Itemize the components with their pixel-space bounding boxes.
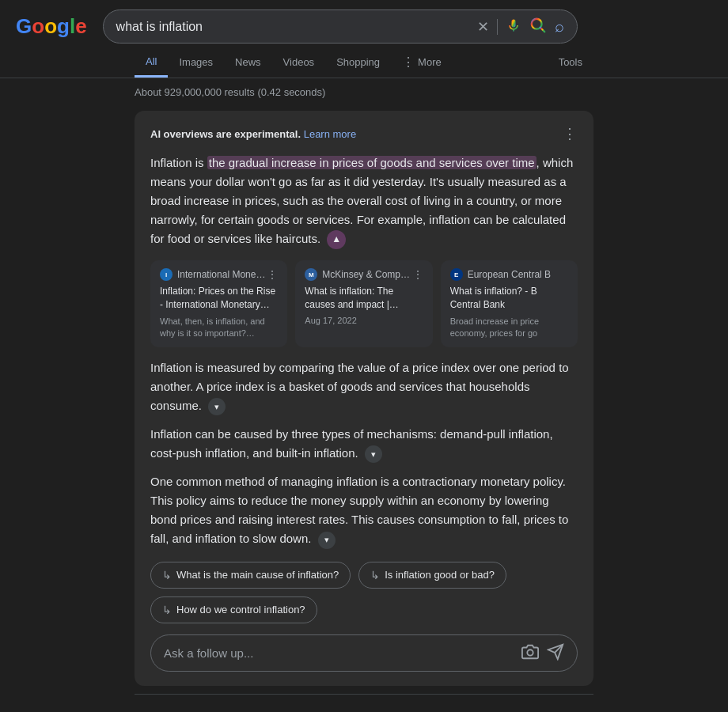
collapse-button-3[interactable]: ▾	[365, 445, 382, 463]
tab-more[interactable]: ⋮ More	[391, 47, 453, 78]
bottom-divider	[135, 694, 593, 695]
mic-icon[interactable]	[506, 17, 521, 36]
source-card-mckinsey[interactable]: M McKinsey & Company ⋮ What is inflation…	[295, 260, 432, 347]
ai-para1-highlight: the gradual increase in prices of goods …	[207, 156, 537, 169]
ask-followup-bar[interactable]: Ask a follow up...	[150, 634, 578, 672]
tools-button[interactable]: Tools	[548, 48, 593, 76]
ai-paragraph-1: Inflation is the gradual increase in pri…	[150, 153, 578, 249]
followup-pill-1[interactable]: ↳ What is the main cause of inflation?	[150, 562, 351, 589]
collapse-button-4[interactable]: ▾	[318, 532, 336, 549]
ecb-headline: What is inflation? - B Central Bank	[450, 285, 568, 312]
source-card-ecb-header: E European Central B	[450, 268, 568, 281]
svg-point-2	[527, 650, 533, 655]
dots-icon: ⋮	[402, 55, 415, 70]
tab-images[interactable]: Images	[168, 48, 224, 76]
followup-pill-3[interactable]: ↳ How do we control inflation?	[150, 596, 317, 623]
followup-pills: ↳ What is the main cause of inflation? ↳…	[150, 562, 578, 623]
tab-news[interactable]: News	[224, 48, 272, 76]
ai-para1-pre: Inflation is	[150, 156, 207, 169]
ask-followup-input[interactable]: Ask a follow up...	[164, 646, 514, 660]
logo-e: e	[75, 14, 86, 38]
logo-g2: g	[57, 14, 70, 38]
search-submit-icon[interactable]: ⌕	[555, 17, 564, 36]
mck-favicon: M	[305, 268, 317, 281]
ecb-favicon: E	[450, 268, 463, 281]
imf-menu[interactable]: ⋮	[267, 268, 278, 281]
ai-experimental-text: AI overviews are experimental.	[150, 128, 301, 140]
ai-overflow-menu[interactable]: ⋮	[563, 125, 578, 142]
send-icon[interactable]	[547, 643, 564, 663]
search-input[interactable]: what is inflation	[116, 20, 471, 34]
followup-arrow-3: ↳	[162, 604, 172, 616]
svg-line-1	[540, 28, 544, 32]
ask-followup-icons	[521, 643, 564, 663]
ai-paragraph-4: One common method of managing inflation …	[150, 472, 578, 548]
google-logo[interactable]: Google	[16, 14, 87, 39]
logo-o1: o	[32, 14, 44, 38]
followup-label-2: Is inflation good or bad?	[385, 569, 495, 581]
imf-favicon: I	[160, 268, 173, 281]
camera-icon[interactable]	[521, 643, 539, 663]
imf-name: International Monetary Fund	[177, 269, 267, 280]
followup-label-1: What is the main cause of inflation?	[176, 569, 339, 581]
followup-arrow-2: ↳	[370, 569, 380, 581]
followup-label-3: How do we control inflation?	[176, 604, 305, 615]
collapse-button-2[interactable]: ▾	[208, 398, 226, 415]
mck-date: Aug 17, 2022	[305, 316, 423, 325]
source-cards: I International Monetary Fund ⋮ Inflatio…	[150, 260, 578, 347]
search-icons: ✕	[477, 17, 564, 36]
ai-overview-label: AI overviews are experimental. Learn mor…	[150, 128, 356, 140]
logo-g: G	[16, 14, 32, 38]
source-card-mckinsey-header: M McKinsey & Company ⋮	[305, 268, 423, 281]
tab-shopping[interactable]: Shopping	[325, 48, 391, 76]
ai-paragraph-2: Inflation is measured by comparing the v…	[150, 358, 578, 415]
followup-arrow-1: ↳	[162, 569, 172, 581]
nav-tabs: All Images News Videos Shopping ⋮ More T…	[0, 47, 728, 78]
tab-videos[interactable]: Videos	[272, 48, 326, 76]
ecb-name: European Central B	[468, 269, 551, 280]
lens-icon[interactable]	[529, 17, 547, 36]
results-count: About 929,000,000 results (0.42 seconds)	[0, 78, 728, 106]
mck-name: McKinsey & Company	[322, 269, 411, 280]
collapse-button-1[interactable]: ▲	[327, 230, 346, 249]
ai-paragraph-3: Inflation can be caused by three types o…	[150, 425, 578, 463]
ecb-snippet: Broad increase in price economy, prices …	[450, 316, 568, 340]
source-ecb-title-row: E European Central B	[450, 268, 551, 281]
source-card-imf-header: I International Monetary Fund ⋮	[160, 268, 278, 281]
source-card-imf[interactable]: I International Monetary Fund ⋮ Inflatio…	[150, 260, 287, 347]
divider-line	[497, 19, 498, 35]
mck-menu[interactable]: ⋮	[412, 268, 423, 281]
header: Google what is inflation ✕	[0, 0, 728, 44]
learn-more-link[interactable]: Learn more	[304, 128, 356, 140]
source-mckinsey-title-row: M McKinsey & Company	[305, 268, 411, 281]
source-card-ecb[interactable]: E European Central B What is inflation? …	[441, 260, 578, 347]
ai-para4-text: One common method of managing inflation …	[150, 475, 568, 545]
logo-o2: o	[44, 14, 57, 38]
mck-headline: What is inflation: The causes and impact…	[305, 285, 423, 312]
ai-overview-header: AI overviews are experimental. Learn mor…	[150, 125, 578, 142]
followup-pill-2[interactable]: ↳ Is inflation good or bad?	[358, 562, 506, 589]
imf-headline: Inflation: Prices on the Rise - Internat…	[160, 285, 278, 312]
ai-overview: AI overviews are experimental. Learn mor…	[135, 111, 593, 686]
clear-icon[interactable]: ✕	[477, 18, 489, 36]
more-label: More	[418, 56, 442, 68]
tab-all[interactable]: All	[135, 47, 168, 78]
source-imf-title-row: I International Monetary Fund	[160, 268, 267, 281]
ai-para3-text: Inflation can be caused by three types o…	[150, 427, 553, 460]
search-bar[interactable]: what is inflation ✕	[103, 9, 578, 44]
imf-snippet: What, then, is inflation, and why is it …	[160, 316, 278, 340]
